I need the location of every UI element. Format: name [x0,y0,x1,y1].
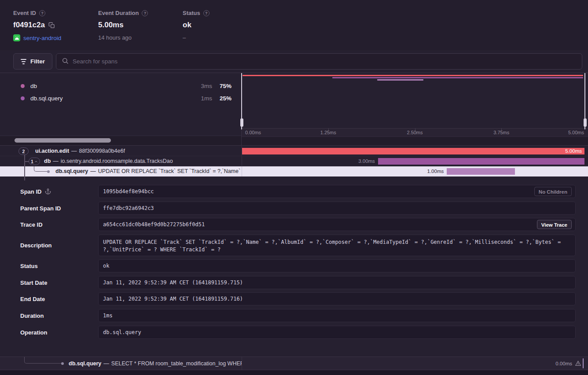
status-sub: – [183,34,186,41]
detail-value-box: ffe7dbc92a6942c3 [98,202,576,215]
detail-label: Duration [20,312,44,319]
span-duration: 1.00ms [427,166,444,176]
trace-id-value: a654cc61dc0b48ef9d0b27275b6f0d51 [99,218,575,231]
help-icon[interactable]: ? [203,10,209,16]
span-duration-value: 1ms [99,309,575,322]
search-icon [62,57,69,66]
span-waterfall: 2 ui.action.edit—88f300998a0b4e6f 5.00ms… [0,146,588,176]
tree-elbow [34,166,48,172]
copy-icon[interactable] [48,22,55,29]
span-id-value: 1095bd4ef8e94bcc [99,185,575,198]
operations-panel: db 3ms 75% db.sql.query 1ms 25% [0,73,588,146]
end-date-value: Jan 11, 2022 9:52:39 AM CET (1641891159.… [99,293,575,305]
axis-tick: 3.75ms [493,130,509,135]
scrollbar-thumb[interactable] [15,138,111,143]
span-desc: io.sentry.android.roomsample.data.Tracks… [61,158,173,164]
span-details: Span ID 1095bd4ef8e94bcc No Children Par… [0,176,588,341]
axis-tick: 2.50ms [407,130,423,135]
legend-op-duration: 3ms [189,83,212,89]
span-bar [242,148,584,154]
view-trace-button[interactable]: View Trace [537,220,572,229]
tree-node-dot [47,170,50,173]
legend-item-db-sql-query: db.sql.query 1ms 25% [0,92,241,104]
detail-label: Trace ID [20,221,43,228]
minimap-left-handle[interactable] [241,73,242,129]
event-duration-relative: 14 hours ago [98,34,132,41]
event-duration-value: 5.00ms [98,21,124,29]
span-row-db-sql-query-selected[interactable]: db.sql.query—UPDATE OR REPLACE `Track` S… [0,166,588,176]
minimap-bar-db [332,77,583,78]
span-row-db[interactable]: 1 db—io.sentry.android.roomsample.data.T… [0,156,588,166]
filter-button[interactable]: Filter [13,53,52,70]
span-bar [447,168,515,175]
span-duration: 5.00ms [565,146,582,156]
span-op: db.sql.query [55,168,88,174]
span-op: ui.action.edit [35,148,69,154]
status-label: Status [183,10,200,16]
chevron-up-icon [34,160,38,163]
detail-label: Span ID [20,188,41,195]
detail-value-box: db.sql.query [98,326,576,339]
help-icon[interactable]: ? [39,10,45,16]
minimap-right-handle[interactable] [584,73,585,129]
detail-label: Status [20,263,38,269]
span-op: db [44,158,51,164]
detail-label: Parent Span ID [20,205,61,212]
no-children-badge: No Children [534,187,572,196]
event-duration-stat: Event Duration ? 5.00ms 14 hours ago [98,10,148,41]
tree-elbow [24,357,62,364]
event-id-label: Event ID [13,10,36,16]
op-color-dot [21,96,25,100]
tree-node-dot [61,362,64,365]
axis-tick: 5.00ms [568,130,584,135]
parent-span-id-value: ffe7dbc92a6942c3 [99,202,575,214]
axis-tick: 1.25ms [320,130,336,135]
search-input[interactable] [73,58,577,65]
span-row-detached[interactable]: db.sql.query—SELECT * FROM room_table_mo… [0,357,588,370]
status-value: ok [183,21,191,29]
detail-value-box: 1095bd4ef8e94bcc No Children [98,185,576,198]
legend-item-db: db 3ms 75% [0,80,241,92]
detail-value-box: a654cc61dc0b48ef9d0b27275b6f0d51 View Tr… [98,218,576,231]
span-status-value: ok [99,260,575,272]
span-desc: SELECT * FROM room_table_modification_lo… [111,360,242,367]
zero-duration-bar [583,358,584,368]
span-children-badge[interactable]: 2 [18,147,29,155]
project-link[interactable]: sentry-android [23,35,61,41]
detail-label: End Date [20,296,45,302]
operation-value: db.sql.query [99,326,575,338]
span-search [56,53,582,70]
trace-minimap[interactable] [242,73,584,128]
horizontal-scrollbar[interactable] [0,136,241,145]
warning-icon [575,360,581,368]
span-bar [378,158,584,165]
filter-icon [21,59,26,64]
legend-op-name: db.sql.query [30,95,189,102]
start-date-value: Jan 11, 2022 9:52:39 AM CET (1641891159.… [99,276,575,289]
description-value: UPDATE OR REPLACE `Track` SET `TrackId` … [99,235,575,257]
detail-value-box: Jan 11, 2022 9:52:39 AM CET (1641891159.… [98,292,576,305]
minimap-bar-ui-action-edit [243,75,583,76]
detail-label: Operation [20,329,47,336]
span-row-ui-action-edit[interactable]: 2 ui.action.edit—88f300998a0b4e6f 5.00ms [0,146,588,156]
anchor-icon[interactable] [45,188,51,195]
status-stat: Status ? ok – [183,10,209,41]
legend-op-duration: 1ms [189,95,212,102]
axis-tick: 0.00ms [245,130,261,135]
minimap-panel: 0.00ms 1.25ms 2.50ms 3.75ms 5.00ms [242,73,588,145]
legend-op-percent: 25% [212,95,232,102]
tree-line [24,154,25,176]
detail-label: Description [20,242,52,249]
span-op: db.sql.query [69,360,101,367]
detail-value-box: UPDATE OR REPLACE `Track` SET `TrackId` … [98,235,576,256]
help-icon[interactable]: ? [142,10,148,16]
span-duration: 3.00ms [358,156,375,166]
span-desc: UPDATE OR REPLACE `Track` SET `TrackId` … [98,168,242,174]
detail-value-box: ok [98,259,576,272]
time-axis: 0.00ms 1.25ms 2.50ms 3.75ms 5.00ms [242,128,588,136]
event-id-value: f0491c2a [13,21,45,29]
span-duration: 0.00ms [555,357,572,370]
span-children-badge[interactable]: 1 [29,158,40,165]
minimap-bar-db-sql-query [377,79,423,81]
event-header: Event ID ? f0491c2a sentry-android Event… [0,0,588,50]
